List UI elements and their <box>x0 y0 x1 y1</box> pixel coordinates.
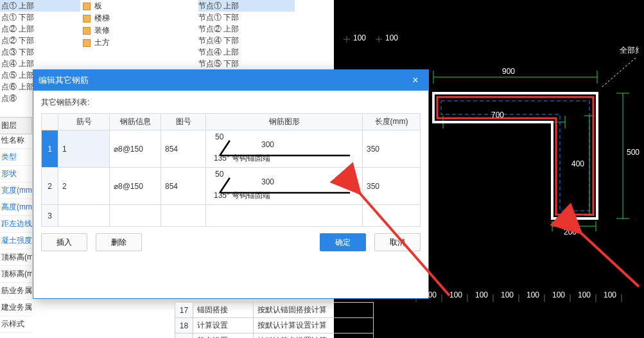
cell[interactable]: 按默认节点设置计算 <box>254 334 374 339</box>
col-len: 长度(mm) <box>363 114 421 130</box>
cell-len[interactable] <box>363 205 421 227</box>
row-header-blank <box>42 114 58 130</box>
node-tree-3[interactable]: 节点① 上部 节点① 下部 节点② 上部 节点④ 下部 节点④ 上部 节点⑤ 下… <box>198 0 295 69</box>
tree3-item[interactable]: 节点④ 上部 <box>198 46 295 58</box>
row-num: 17 <box>175 303 193 318</box>
rebar-table[interactable]: 筋号 钢筋信息 图号 钢筋图形 长度(mm) 1 1 ⌀8@150 854 50… <box>41 113 421 227</box>
list-label: 其它钢筋列表: <box>41 97 421 108</box>
prop-type: 类型 <box>0 149 32 166</box>
table-row[interactable]: 2 2 ⌀8@150 854 50 300 135° 弯钩锚固端 350 <box>42 168 421 205</box>
prop-height: 高度(mm <box>0 199 32 216</box>
dialog-titlebar[interactable]: 编辑其它钢筋 × <box>33 70 428 91</box>
col-shape: 钢筋图形 <box>206 114 363 130</box>
edit-other-rebar-dialog: 编辑其它钢筋 × 其它钢筋列表: 筋号 钢筋信息 图号 钢筋图形 长度(mm) … <box>33 69 429 299</box>
tree3-item[interactable]: 节点⑤ 下部 <box>198 58 295 69</box>
table-row[interactable]: 18计算设置按默认计算设置计算 <box>175 318 374 334</box>
prop-grade: 凝土强度等 <box>0 233 32 249</box>
table-row[interactable]: 17锚固搭接按默认锚固搭接计算 <box>175 303 374 318</box>
cell[interactable]: 锚固搭接 <box>193 303 254 318</box>
dialog-title: 编辑其它钢筋 <box>39 75 89 86</box>
tree2-label: 楼梯 <box>94 12 110 24</box>
tab-layer[interactable]: 图层 <box>0 117 32 134</box>
cell[interactable]: 按默认计算设置计算 <box>254 318 374 334</box>
prop-width: 宽度(mm <box>0 182 32 199</box>
table-row[interactable]: 19节点设置按默认节点设置计算 <box>175 334 374 339</box>
col-fig: 图号 <box>161 114 206 130</box>
cell-id[interactable] <box>58 205 110 227</box>
cell-len[interactable]: 350 <box>363 130 421 168</box>
tree3-item[interactable]: 节点④ 下部 <box>198 35 295 46</box>
category-tree[interactable]: 板 楼梯 装修 土方 <box>80 0 173 49</box>
tree2-item[interactable]: 土方 <box>80 37 173 49</box>
prop-shape: 形状 <box>0 166 32 182</box>
tree3-item[interactable]: 节点① 上部 <box>198 0 295 12</box>
tree1-item[interactable]: 点② 上部 <box>0 23 80 35</box>
prop-biz2: 建业务属 <box>0 299 32 316</box>
cell-fig[interactable] <box>161 205 206 227</box>
property-panel: 性名称 类型 形状 宽度(mm 高度(mm 距左边线 凝土强度等 顶标高(m 顶… <box>0 132 32 333</box>
folder-icon <box>83 39 91 47</box>
tree2-label: 板 <box>94 0 102 12</box>
row-num[interactable]: 1 <box>42 130 58 168</box>
tree2-item[interactable]: 装修 <box>80 24 173 37</box>
row-num[interactable]: 2 <box>42 168 58 205</box>
tree1-item[interactable]: 点① 下部 <box>0 12 80 23</box>
cell-id[interactable]: 2 <box>58 168 110 205</box>
tree3-item[interactable]: 节点① 下部 <box>198 12 295 23</box>
cell-info[interactable]: ⌀8@150 <box>110 168 161 205</box>
cell-shape[interactable]: 50 300 135° 弯钩锚固端 <box>206 130 363 168</box>
prop-style: 示样式 <box>0 316 32 333</box>
row-num[interactable]: 3 <box>42 205 58 227</box>
insert-button[interactable]: 插入 <box>41 233 87 251</box>
tree1-item[interactable]: 点② 下部 <box>0 35 80 46</box>
cell-shape[interactable]: 50 300 135° 弯钩锚固端 <box>206 168 363 205</box>
table-row[interactable]: 1 1 ⌀8@150 854 50 300 135° 弯钩锚固端 350 <box>42 130 421 168</box>
cell-fig[interactable]: 854 <box>161 168 206 205</box>
cell[interactable]: 计算设置 <box>193 318 254 334</box>
col-id: 筋号 <box>58 114 110 130</box>
tree3-item[interactable]: 节点② 上部 <box>198 23 295 35</box>
close-icon[interactable]: × <box>408 75 423 86</box>
cell-info[interactable] <box>110 205 161 227</box>
prop-name: 性名称 <box>0 132 32 149</box>
folder-icon <box>83 15 91 22</box>
prop-leftdist: 距左边线 <box>0 216 32 233</box>
col-info: 钢筋信息 <box>110 114 161 130</box>
settings-table[interactable]: 17锚固搭接按默认锚固搭接计算 18计算设置按默认计算设置计算 19节点设置按默… <box>175 302 374 338</box>
cell-info[interactable]: ⌀8@150 <box>110 130 161 168</box>
cancel-button[interactable]: 取消 <box>374 233 421 251</box>
prop-top2: 顶标高(m <box>0 266 32 283</box>
cell[interactable]: 节点设置 <box>193 334 254 339</box>
cell-len[interactable]: 350 <box>363 168 421 205</box>
prop-biz1: 筋业务属 <box>0 283 32 299</box>
row-num: 18 <box>175 318 193 334</box>
svg-line-19 <box>602 58 636 87</box>
delete-button[interactable]: 删除 <box>96 233 142 251</box>
cell-fig[interactable]: 854 <box>161 130 206 168</box>
tree1-item[interactable]: 点④ 上部 <box>0 58 80 69</box>
tree1-item[interactable]: 点③ 下部 <box>0 46 80 58</box>
tree2-label: 土方 <box>94 37 110 49</box>
folder-icon <box>83 27 91 35</box>
folder-icon <box>83 3 91 10</box>
prop-top1: 顶标高(m <box>0 249 32 266</box>
cell[interactable]: 按默认锚固搭接计算 <box>254 303 374 318</box>
tree2-item[interactable]: 楼梯 <box>80 12 173 24</box>
tree2-item[interactable]: 板 <box>80 0 173 12</box>
cell-id[interactable]: 1 <box>58 130 110 168</box>
tree1-item[interactable]: 点① 上部 <box>0 0 80 12</box>
row-num: 19 <box>175 334 193 339</box>
ok-button[interactable]: 确定 <box>320 233 366 251</box>
tree2-label: 装修 <box>94 24 110 37</box>
